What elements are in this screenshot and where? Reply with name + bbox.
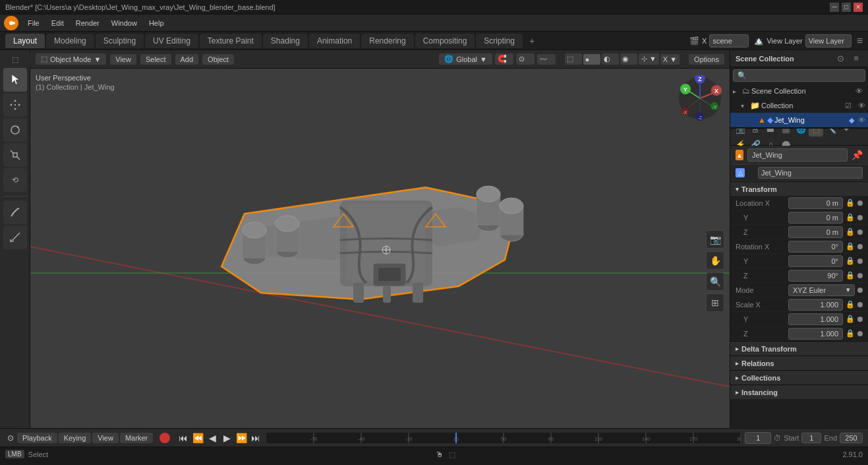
tab-animation[interactable]: Animation xyxy=(309,34,360,48)
overlay-toggle[interactable]: ⊹ ▼ xyxy=(639,53,659,65)
scale-y-keyframe[interactable] xyxy=(857,317,863,322)
collections-section-header[interactable]: ▸ Collections xyxy=(730,370,868,385)
menu-file[interactable]: File xyxy=(22,18,45,28)
tool-move[interactable] xyxy=(3,93,27,117)
viewport-shading-material[interactable]: ◐ xyxy=(602,53,619,65)
tree-item-scene-collection[interactable]: ▸ 🗂 Scene Collection 👁 xyxy=(730,84,868,98)
collection-check[interactable]: ☑ xyxy=(845,102,852,110)
select-menu[interactable]: Select xyxy=(140,54,171,65)
scale-y-lock[interactable]: 🔒 xyxy=(846,315,855,323)
tool-rotate[interactable] xyxy=(3,118,27,142)
tree-item-collection[interactable]: ▾ 📁 Collection ☑ 👁 xyxy=(730,98,868,113)
tab-sculpting[interactable]: Sculpting xyxy=(96,34,144,48)
scale-x-keyframe[interactable] xyxy=(857,302,863,307)
search-input[interactable] xyxy=(749,72,861,80)
marker-menu[interactable]: Marker xyxy=(120,433,153,443)
snap-toggle[interactable]: 🧲 xyxy=(495,53,513,65)
blender-logo[interactable] xyxy=(4,16,18,30)
tab-shading[interactable]: Shading xyxy=(263,34,308,48)
tab-uv-editing[interactable]: UV Editing xyxy=(145,34,198,48)
view-layer-input[interactable] xyxy=(805,34,852,47)
tree-item-jetwing[interactable]: ▲ ◆ Jet_Wing ◆ 👁 xyxy=(730,113,868,127)
view-menu-timeline[interactable]: View xyxy=(92,433,119,443)
loc-z-keyframe[interactable] xyxy=(857,230,863,235)
tab-scripting[interactable]: Scripting xyxy=(476,34,523,48)
rot-x-value[interactable]: 0° xyxy=(788,241,843,253)
menu-render[interactable]: Render xyxy=(71,18,105,28)
tab-texture-paint[interactable]: Texture Paint xyxy=(200,34,262,48)
current-frame-input[interactable]: 1 xyxy=(745,432,771,444)
prop-tab-output[interactable]: 🖨 xyxy=(748,129,763,137)
menu-edit[interactable]: Edit xyxy=(46,18,69,28)
timeline-track[interactable]: -70 -40 -10 20 50 80 110 140 170 200 xyxy=(266,433,741,443)
minimize-button[interactable]: ─ xyxy=(830,3,839,12)
tab-compositing[interactable]: Compositing xyxy=(415,34,475,48)
gizmo-toggle[interactable]: X ▼ xyxy=(660,54,680,65)
view-zoom-button[interactable]: 🔍 xyxy=(706,272,724,291)
view-menu[interactable]: View xyxy=(110,54,136,65)
rot-y-keyframe[interactable] xyxy=(857,259,863,264)
prop-tab-world[interactable]: 🌐 xyxy=(794,129,808,137)
pin-icon[interactable]: 📌 xyxy=(852,150,863,160)
rot-x-lock[interactable]: 🔒 xyxy=(846,242,855,251)
scale-x-lock[interactable]: 🔒 xyxy=(846,300,855,309)
add-menu[interactable]: Add xyxy=(175,54,199,65)
title-bar-controls[interactable]: ─ □ ✕ xyxy=(830,3,863,12)
prop-tab-view-layer[interactable]: 🏔 xyxy=(763,129,778,137)
loc-z-lock[interactable]: 🔒 xyxy=(846,228,855,236)
prop-tab-object[interactable]: ⬚ xyxy=(809,129,823,137)
rot-z-lock[interactable]: 🔒 xyxy=(846,271,855,280)
view-camera-button[interactable]: 📷 xyxy=(706,230,724,249)
mesh-name-input[interactable]: Jet_Wing xyxy=(758,167,863,179)
loc-y-keyframe[interactable] xyxy=(857,215,863,220)
rot-y-lock[interactable]: 🔒 xyxy=(846,257,855,265)
mode-keyframe[interactable] xyxy=(857,288,863,293)
tab-layout[interactable]: Layout xyxy=(5,34,45,48)
record-button[interactable] xyxy=(159,433,170,443)
rot-z-keyframe[interactable] xyxy=(857,273,863,278)
object-name-input[interactable]: Jet_Wing xyxy=(747,148,848,162)
start-frame-input[interactable]: 1 xyxy=(801,433,821,443)
navigation-gizmo[interactable]: X Y Z -X -Y -Z xyxy=(677,75,723,121)
view-layer-filter[interactable]: ≡ xyxy=(857,35,863,47)
prop-tab-scene[interactable]: 🎬 xyxy=(778,129,793,137)
outliner-options[interactable]: ≡ xyxy=(850,52,863,65)
rot-y-value[interactable]: 0° xyxy=(788,255,843,267)
loc-x-keyframe[interactable] xyxy=(857,201,863,206)
scale-z-keyframe[interactable] xyxy=(857,331,863,336)
rot-x-keyframe[interactable] xyxy=(857,244,863,249)
viewport-shading-wire[interactable]: ⬚ xyxy=(565,53,582,65)
tool-measure[interactable] xyxy=(3,226,27,249)
prop-tab-modifier[interactable]: 🔧 xyxy=(824,129,838,137)
view-display-button[interactable]: ⊞ xyxy=(706,294,724,312)
maximize-button[interactable]: □ xyxy=(842,3,851,12)
tool-cursor[interactable] xyxy=(3,68,27,92)
prop-tab-particles[interactable]: ✦ xyxy=(839,129,854,137)
loc-x-lock[interactable]: 🔒 xyxy=(846,199,855,207)
loc-y-lock[interactable]: 🔒 xyxy=(846,213,855,222)
end-frame-input[interactable]: 250 xyxy=(840,433,863,443)
object-menu[interactable]: Object xyxy=(202,54,234,65)
next-keyframe[interactable]: ⏩ xyxy=(235,431,248,445)
viewport-canvas[interactable]: User Perspective (1) Collection | Jet_Wi… xyxy=(30,69,730,428)
mode-dropdown[interactable]: ⬚ Object Mode ▼ xyxy=(36,53,106,65)
jump-to-start[interactable]: ⏮ xyxy=(177,431,190,445)
falloff-type[interactable]: 〰 xyxy=(537,54,556,65)
visibility-icon[interactable]: 👁 xyxy=(855,87,863,95)
transform-section-header[interactable]: ▾ Transform xyxy=(730,181,868,196)
loc-y-value[interactable]: 0 m xyxy=(788,212,843,224)
viewport-shading-solid[interactable]: ● xyxy=(583,54,600,65)
playback-menu[interactable]: Playback xyxy=(17,433,57,443)
jetwing-visibility[interactable]: 👁 xyxy=(858,116,865,124)
scale-z-lock[interactable]: 🔒 xyxy=(846,329,855,338)
instancing-header[interactable]: ▸ Instancing xyxy=(730,385,868,399)
jump-to-end[interactable]: ⏭ xyxy=(249,431,262,445)
collection-visibility[interactable]: 👁 xyxy=(858,102,865,109)
menu-help[interactable]: Help xyxy=(144,18,169,28)
search-field[interactable]: 🔍 xyxy=(733,69,865,82)
tab-modeling[interactable]: Modeling xyxy=(46,34,94,48)
tool-transform[interactable]: ⟲ xyxy=(3,168,27,192)
play-forward[interactable]: ▶ xyxy=(220,431,233,445)
scene-input[interactable] xyxy=(709,34,749,47)
close-button[interactable]: ✕ xyxy=(854,3,863,12)
